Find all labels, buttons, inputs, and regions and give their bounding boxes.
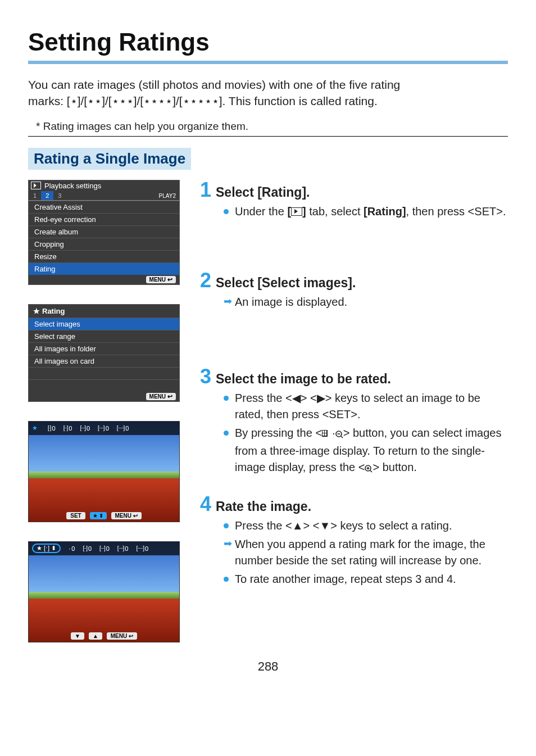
svg-rect-4 xyxy=(325,433,326,436)
step-2-bullet-1: An image is displayed. xyxy=(224,294,508,310)
ss4-count-4: [⋅⋅⋅⋅]0 xyxy=(117,545,129,552)
intro-line2a: marks: xyxy=(28,94,67,107)
step-4-title: Rate the image. xyxy=(216,499,311,514)
ss3-set-button: SET xyxy=(66,512,85,519)
ss3-count-2: [⋅⋅]0 xyxy=(63,425,72,432)
ss3-count-5: [⋅⋅⋅⋅⋅]0 xyxy=(117,425,129,432)
ss4-menu-button: MENU ↩ xyxy=(107,632,137,640)
ss2-menu-button: MENU ↩ xyxy=(146,393,176,400)
ss4-bottombar: ▼ ▲ MENU ↩ xyxy=(29,631,179,642)
step-4-bullet-3: To rate another image, repeat steps 3 an… xyxy=(224,571,508,587)
magnify-plus-icon xyxy=(365,461,373,477)
step-3-bullet-2: By pressing the <·> button, you can sele… xyxy=(224,425,508,477)
ss1-tab-label: PLAY2 xyxy=(156,192,179,200)
ss4-down-button: ▼ xyxy=(71,632,84,640)
intro-text: You can rate images (still photos and mo… xyxy=(28,76,508,110)
ss1-header: Playback settings xyxy=(29,180,179,191)
ss1-tab-1: 1 xyxy=(29,191,41,200)
ss1-menu-list: Creative Assist Red-eye correction Creat… xyxy=(29,201,179,275)
step-1-title: Select [Rating]. xyxy=(216,185,310,200)
up-key-icon: ▲ xyxy=(292,519,303,532)
section-heading: Rating a Single Image xyxy=(28,148,191,170)
intro-line2b: . This function is called rating. xyxy=(222,94,378,107)
step-1: 1 Select [Rating]. Under the [] tab, sel… xyxy=(200,180,508,220)
ss1-tab-2: 2 xyxy=(41,191,53,200)
playback-icon xyxy=(31,182,41,189)
ss1-tabs: 1 2 3 PLAY2 xyxy=(29,191,179,201)
screenshot-rating-menu: ★Rating Select images Select range All i… xyxy=(28,304,180,402)
ss4-count-5: [⋅⋅⋅⋅⋅]0 xyxy=(136,545,148,552)
ss4-count-2: [⋅⋅]0 xyxy=(83,545,92,552)
ss2-item-card: All images on card xyxy=(29,355,179,367)
ss3-count-4: [⋅⋅⋅⋅]0 xyxy=(98,425,109,432)
step-1-number: 1 xyxy=(200,180,211,200)
landscape-image xyxy=(29,542,179,642)
ss2-item-folder: All images in folder xyxy=(29,342,179,355)
screenshot-playback-settings: Playback settings 1 2 3 PLAY2 Creative A… xyxy=(28,180,180,285)
magnify-minus-icon xyxy=(335,427,343,443)
title-underline xyxy=(28,61,508,64)
ss2-item-blank2 xyxy=(29,379,179,392)
down-key-icon: ▼ xyxy=(319,519,330,532)
step-3-number: 3 xyxy=(200,366,211,387)
ss2-item-select-range: Select range xyxy=(29,330,179,342)
screenshot-image-rate: ★ [⋅] ⬍ ·0 [⋅⋅]0 [⋅⋅⋅]0 [⋅⋅⋅⋅]0 [⋅⋅⋅⋅⋅]0… xyxy=(28,541,180,642)
ss2-menu-list: Select images Select range All images in… xyxy=(29,318,179,392)
right-key-icon: ▶ xyxy=(317,392,325,404)
ss1-item-cropping: Cropping xyxy=(29,238,179,250)
ss2-title: Rating xyxy=(42,307,65,315)
step-2: 2 Select [Select images]. An image is di… xyxy=(200,270,508,310)
ss1-item-rating: Rating xyxy=(29,262,179,275)
svg-rect-3 xyxy=(322,433,324,436)
back-icon: ↩ xyxy=(167,393,172,400)
ss1-item-creative: Creative Assist xyxy=(29,201,179,213)
ss1-item-album: Create album xyxy=(29,225,179,238)
ss1-tab-3: 3 xyxy=(53,191,66,200)
ss4-count-1: ·0 xyxy=(69,545,75,552)
left-key-icon: ◀ xyxy=(292,392,301,404)
step-4-bullet-2: When you append a rating mark for the im… xyxy=(224,536,508,569)
step-4-number: 4 xyxy=(200,494,211,514)
step-4: 4 Rate the image. Press the <▲> <▼> keys… xyxy=(200,494,508,587)
step-2-title: Select [Select images]. xyxy=(216,275,356,291)
step-4-bullet-1: Press the <▲> <▼> keys to select a ratin… xyxy=(224,518,508,534)
intro-line1: You can rate images (still photos and mo… xyxy=(28,78,400,91)
ss3-star-chip: ★ ⬍ xyxy=(90,512,107,519)
ss4-up-button: ▲ xyxy=(89,632,102,640)
ss1-title: Playback settings xyxy=(44,182,101,190)
ss3-topbar: ★ [⋅]0 [⋅⋅]0 [⋅⋅⋅]0 [⋅⋅⋅⋅]0 [⋅⋅⋅⋅⋅]0 xyxy=(29,422,179,435)
page-number: 288 xyxy=(28,659,508,674)
footnote: * Rating images can help you organize th… xyxy=(36,120,508,133)
page-title: Setting Ratings xyxy=(28,28,508,56)
ss2-footer: MENU ↩ xyxy=(29,392,179,401)
landscape-image xyxy=(29,422,179,522)
ss3-bottombar: SET ★ ⬍ MENU ↩ xyxy=(29,510,179,522)
screenshot-image-select: ★ [⋅]0 [⋅⋅]0 [⋅⋅⋅]0 [⋅⋅⋅⋅]0 [⋅⋅⋅⋅⋅]0 SET… xyxy=(28,421,180,522)
ss4-count-3: [⋅⋅⋅]0 xyxy=(99,545,110,552)
star-icon: ★ xyxy=(33,307,40,315)
index-reduce-icon xyxy=(322,430,332,438)
rating-marks: [⋆]/[⋆⋆]/[⋆⋆⋆]/[⋆⋆⋆⋆]/[⋆⋆⋆⋆⋆] xyxy=(67,94,222,107)
ss3-count-1: [⋅]0 xyxy=(48,425,56,432)
step-2-number: 2 xyxy=(200,270,211,291)
ss2-menu-label: MENU xyxy=(149,393,166,400)
ss1-menu-button: MENU ↩ xyxy=(146,276,176,283)
playback-tab-icon xyxy=(291,207,302,216)
star-icon: ★ xyxy=(32,424,38,432)
step-3: 3 Select the image to be rated. Press th… xyxy=(200,366,508,477)
ss1-item-resize: Resize xyxy=(29,250,179,262)
ss1-footer: MENU ↩ xyxy=(29,275,179,284)
step-3-bullet-1: Press the <◀> <▶> keys to select an imag… xyxy=(224,390,508,423)
ss2-item-blank1 xyxy=(29,367,179,379)
step-1-bullet-1: Under the [] tab, select [Rating], then … xyxy=(224,203,508,220)
svg-line-9 xyxy=(370,470,372,472)
ss4-rating-control: ★ [⋅] ⬍ xyxy=(32,544,61,553)
svg-rect-1 xyxy=(322,431,324,433)
ss3-count-3: [⋅⋅⋅]0 xyxy=(80,425,90,432)
ss2-item-select-images: Select images xyxy=(29,318,179,330)
ss4-topbar: ★ [⋅] ⬍ ·0 [⋅⋅]0 [⋅⋅⋅]0 [⋅⋅⋅⋅]0 [⋅⋅⋅⋅⋅]0 xyxy=(29,542,179,555)
step-3-title: Select the image to be rated. xyxy=(216,372,391,387)
divider xyxy=(28,136,508,137)
svg-line-6 xyxy=(341,436,343,438)
ss1-item-redeye: Red-eye correction xyxy=(29,213,179,225)
